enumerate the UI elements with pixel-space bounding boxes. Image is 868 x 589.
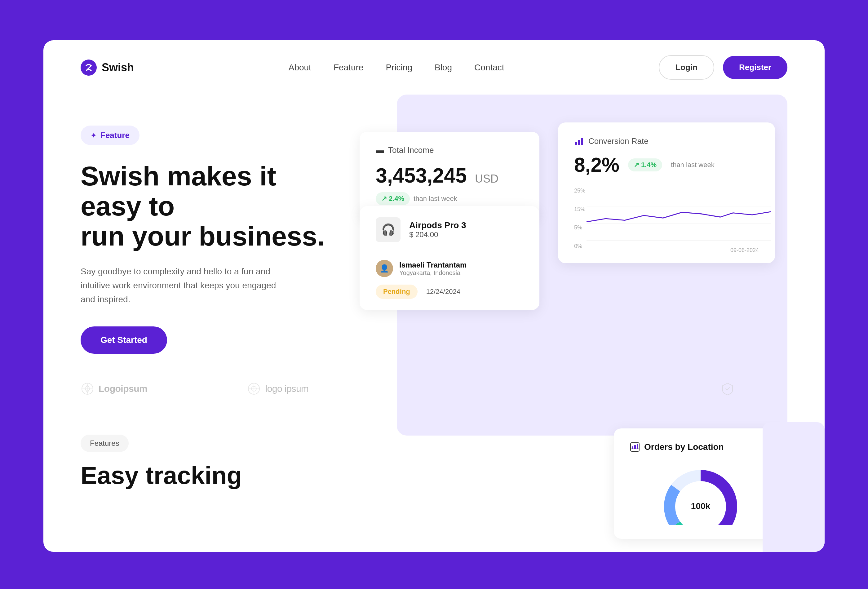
user-info: Ismaeli Trantantam Yogyakarta, Indonesia xyxy=(399,261,466,276)
logo-icon xyxy=(81,59,97,76)
svg-rect-2 xyxy=(578,140,580,145)
hero-title: Swish makes it easy to run your business… xyxy=(81,161,335,251)
register-button[interactable]: Register xyxy=(723,56,787,79)
hero-subtitle: Say goodbye to complexity and hello to a… xyxy=(81,265,279,306)
chart-date: 09-06-2024 xyxy=(574,247,759,254)
product-image: 🎧 xyxy=(376,217,400,242)
features-badge: Features xyxy=(81,435,128,452)
donut-svg: 100k xyxy=(657,463,744,525)
wallet-icon: ▬ xyxy=(376,145,384,155)
logo: Swish xyxy=(81,59,134,76)
user-avatar: 👤 xyxy=(376,260,393,277)
order-user: 👤 Ismaeli Trantantam Yogyakarta, Indones… xyxy=(376,260,523,277)
user-name: Ismaeli Trantantam xyxy=(399,261,466,269)
nav-feature[interactable]: Feature xyxy=(334,63,364,72)
arrow-up-icon: ↗ xyxy=(381,195,387,203)
nav-pricing[interactable]: Pricing xyxy=(386,63,412,72)
total-income-card: ▬ Total Income 3,453,245 USD ↗ 2.4% than… xyxy=(360,132,539,219)
hero-left: ✦ Feature Swish makes it easy to run you… xyxy=(81,113,335,355)
svg-text:100k: 100k xyxy=(691,501,710,511)
product-name: Airpods Pro 3 xyxy=(409,220,466,230)
conversion-title: Conversion Rate xyxy=(588,136,648,146)
hero-right: ▬ Total Income 3,453,245 USD ↗ 2.4% than… xyxy=(353,113,787,355)
svg-rect-3 xyxy=(581,138,583,145)
logoipsum-1-icon xyxy=(81,382,94,396)
bg-accent-right xyxy=(763,422,825,552)
user-location: Yogyakarta, Indonesia xyxy=(399,269,466,276)
features-badge-text: Features xyxy=(90,439,120,448)
nav-actions: Login Register xyxy=(659,55,787,80)
growth-arrow-icon: ↗ xyxy=(634,161,639,169)
svg-rect-19 xyxy=(637,444,638,449)
income-growth: ↗ 2.4% than last week xyxy=(376,192,523,205)
growth-note: than last week xyxy=(413,195,457,203)
feature-badge-text: Feature xyxy=(100,130,130,140)
logo-2: logo ipsum xyxy=(247,382,309,396)
bottom-left: Features Easy tracking xyxy=(81,435,279,489)
conversion-rate-card: Conversion Rate 8,2% ↗ 1.4% than last we… xyxy=(558,123,775,263)
nav-blog[interactable]: Blog xyxy=(435,63,452,72)
product-info: Airpods Pro 3 $ 204.00 xyxy=(409,220,466,239)
sparkle-icon: ✦ xyxy=(90,131,97,140)
orders-location-card: Orders by Location 100k xyxy=(614,428,787,539)
navbar: Swish About Feature Pricing Blog Contact xyxy=(43,40,825,94)
logo-label: Swish xyxy=(102,61,134,74)
logo-1: Logoipsum xyxy=(81,382,147,396)
feature-badge: ✦ Feature xyxy=(81,125,140,145)
svg-rect-1 xyxy=(575,142,577,145)
svg-rect-18 xyxy=(634,445,636,449)
bottom-title: Easy tracking xyxy=(81,462,279,489)
order-date: 12/24/2024 xyxy=(426,288,461,296)
total-income-label: Total Income xyxy=(388,145,434,155)
nav-links: About Feature Pricing Blog Contact xyxy=(289,63,504,72)
hero-section: ✦ Feature Swish makes it easy to run you… xyxy=(43,94,825,355)
status-badge: Pending xyxy=(376,285,418,299)
orders-title: Orders by Location xyxy=(644,442,724,452)
svg-rect-17 xyxy=(632,446,633,449)
conversion-chart: 25% 15% 5% 0% xyxy=(574,187,759,249)
conversion-value: 8,2% xyxy=(574,154,619,176)
logoipsum-5-icon xyxy=(721,382,734,396)
currency-label: USD xyxy=(475,172,499,185)
growth-badge: ↗ 2.4% xyxy=(376,192,410,205)
get-started-button[interactable]: Get Started xyxy=(81,326,167,354)
nav-contact[interactable]: Contact xyxy=(474,63,504,72)
logoipsum-2-icon xyxy=(247,382,261,396)
donut-chart: 100k xyxy=(630,463,771,525)
login-button[interactable]: Login xyxy=(659,55,714,80)
conversion-value-row: 8,2% ↗ 1.4% than last week xyxy=(574,154,759,176)
location-chart-icon xyxy=(630,442,640,452)
order-footer: Pending 12/24/2024 xyxy=(376,285,523,299)
conversion-growth: ↗ 1.4% xyxy=(628,158,662,171)
total-income-value: 3,453,245 USD xyxy=(376,164,523,187)
chart-svg xyxy=(586,187,771,244)
airpods-order-card: 🎧 Airpods Pro 3 $ 204.00 👤 Ismaeli Trant… xyxy=(360,206,539,310)
conversion-note: than last week xyxy=(671,161,714,169)
nav-about[interactable]: About xyxy=(289,63,311,72)
chart-y-labels: 25% 15% 5% 0% xyxy=(574,187,585,249)
bar-chart-icon xyxy=(574,136,584,146)
product-price: $ 204.00 xyxy=(409,230,466,239)
bottom-section: Features Easy tracking Orders by Locatio… xyxy=(43,422,825,502)
